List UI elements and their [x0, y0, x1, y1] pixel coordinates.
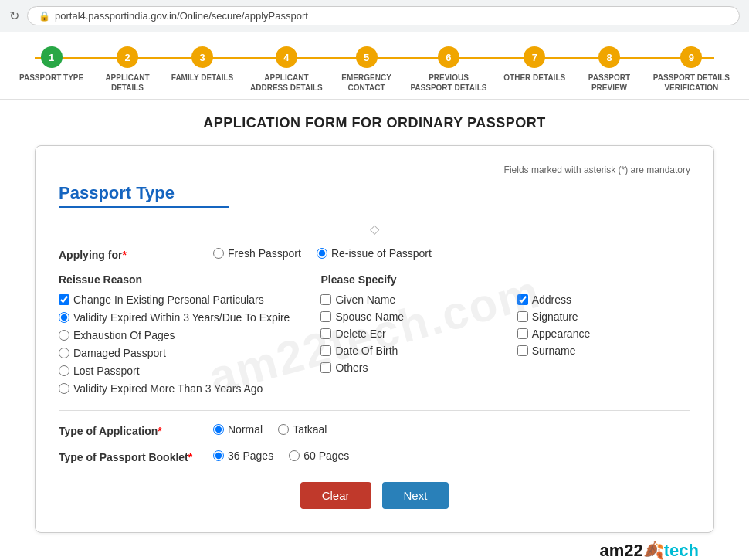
step-circle-9: 9	[680, 46, 702, 68]
checkbox-surname[interactable]	[517, 345, 528, 356]
specify-delete-ecr[interactable]: Delete Ecr	[320, 328, 493, 340]
url-bar[interactable]: 🔒 portal4.passportindia.gov.in/Online/se…	[27, 6, 740, 25]
step-1[interactable]: 1 PASSPORT TYPE	[19, 46, 83, 83]
label-date-of-birth: Date Of Birth	[335, 344, 398, 357]
checkbox-others[interactable]	[320, 362, 331, 373]
specify-signature[interactable]: Signature	[517, 311, 690, 323]
step-label-7: OTHER DETAILS	[503, 73, 565, 83]
reissue-reasons-list: Change In Existing Personal Particulars …	[59, 294, 290, 395]
radio-tatkaal-input[interactable]	[278, 424, 289, 435]
radio-fresh-passport-label: Fresh Passport	[228, 247, 301, 260]
reissue-left: Reissue Reason Change In Existing Person…	[59, 273, 290, 395]
reissue-change-personal[interactable]: Change In Existing Personal Particulars	[59, 294, 290, 306]
label-exhaustion: Exhaustion Of Pages	[73, 329, 175, 341]
branding: am22🍂tech	[35, 533, 714, 560]
reissue-exhaustion[interactable]: Exhaustion Of Pages	[59, 329, 290, 341]
refresh-icon[interactable]: ↻	[9, 8, 19, 23]
specify-others[interactable]: Others	[320, 361, 493, 374]
label-spouse-name: Spouse Name	[335, 311, 404, 323]
radio-validity-expired[interactable]	[59, 312, 69, 323]
step-label-3: FAMILY DETAILS	[171, 73, 233, 83]
radio-60-pages[interactable]: 60 Pages	[289, 450, 349, 462]
checkbox-date-of-birth[interactable]	[320, 345, 331, 356]
radio-normal-label: Normal	[228, 423, 263, 436]
radio-reissue-passport[interactable]: Re-issue of Passport	[317, 247, 432, 260]
applying-for-radio-group: Fresh Passport Re-issue of Passport	[213, 247, 690, 260]
radio-normal-input[interactable]	[213, 424, 224, 435]
specify-grid: Given Name Address Spouse Name Sign	[320, 294, 690, 374]
label-given-name: Given Name	[335, 294, 395, 306]
divider	[59, 410, 690, 411]
step-4[interactable]: 4 APPLICANTADDRESS DETAILS	[250, 46, 323, 93]
radio-fresh-passport-input[interactable]	[213, 248, 224, 259]
radio-reissue-passport-input[interactable]	[317, 248, 327, 259]
please-specify-title: Please Specify	[320, 273, 690, 286]
step-2[interactable]: 2 APPLICANTDETAILS	[100, 46, 154, 93]
radio-validity-more[interactable]	[59, 383, 69, 394]
radio-tatkaal-label: Tatkaal	[293, 423, 327, 436]
applying-for-row: Applying for* Fresh Passport Re-issue of…	[59, 247, 690, 261]
label-validity-expired: Validity Expired Within 3 Years/Due To E…	[73, 311, 290, 324]
label-lost: Lost Passport	[73, 365, 140, 377]
step-circle-8: 8	[598, 46, 620, 68]
step-5[interactable]: 5 EMERGENCYCONTACT	[340, 46, 394, 93]
radio-damaged[interactable]	[59, 348, 69, 358]
reissue-validity-expired[interactable]: Validity Expired Within 3 Years/Due To E…	[59, 311, 290, 324]
radio-normal[interactable]: Normal	[213, 423, 263, 436]
checkbox-delete-ecr[interactable]	[320, 328, 331, 339]
applying-for-controls: Fresh Passport Re-issue of Passport	[213, 247, 690, 260]
radio-lost[interactable]	[59, 365, 69, 376]
booklet-type-radio-group: 36 Pages 60 Pages	[213, 450, 690, 462]
section-title: Passport Type	[59, 183, 690, 203]
label-address: Address	[532, 294, 571, 306]
branding-leaf: 🍂	[643, 541, 664, 560]
label-appearance: Appearance	[532, 328, 591, 340]
step-6[interactable]: 6 PREVIOUSPASSPORT DETAILS	[410, 46, 486, 93]
label-surname: Surname	[532, 344, 576, 357]
checkbox-signature[interactable]	[517, 311, 528, 322]
reissue-lost[interactable]: Lost Passport	[59, 365, 290, 377]
radio-36-pages-input[interactable]	[213, 450, 224, 461]
step-circle-4: 4	[276, 46, 297, 68]
type-of-booklet-label: Type of Passport Booklet*	[59, 450, 198, 463]
specify-given-name[interactable]: Given Name	[320, 294, 493, 306]
step-7[interactable]: 7 OTHER DETAILS	[503, 46, 565, 83]
label-validity-more: Validity Expired More Than 3 Years Ago	[73, 382, 263, 395]
type-of-booklet-controls: 36 Pages 60 Pages	[213, 450, 690, 462]
radio-fresh-passport[interactable]: Fresh Passport	[213, 247, 301, 260]
specify-surname[interactable]: Surname	[517, 344, 690, 357]
step-label-5: EMERGENCYCONTACT	[341, 73, 391, 93]
radio-36-pages[interactable]: 36 Pages	[213, 450, 273, 462]
reissue-section: am22tech.com Reissue Reason Change In Ex…	[59, 273, 690, 395]
lock-icon: 🔒	[39, 11, 50, 22]
step-circle-7: 7	[524, 46, 545, 68]
step-circle-6: 6	[438, 46, 459, 68]
step-8[interactable]: 8 PASSPORTPREVIEW	[582, 46, 636, 93]
clear-button[interactable]: Clear	[300, 482, 371, 509]
reissue-validity-more[interactable]: Validity Expired More Than 3 Years Ago	[59, 382, 290, 395]
radio-tatkaal[interactable]: Tatkaal	[278, 423, 327, 436]
checkbox-address[interactable]	[517, 294, 528, 305]
type-of-application-row: Type of Application* Normal Tatkaal	[59, 423, 690, 437]
main-content: APPLICATION FORM FOR ORDINARY PASSPORT F…	[19, 100, 730, 560]
step-label-9: PASSPORT DETAILSVERIFICATION	[653, 73, 730, 93]
radio-60-pages-input[interactable]	[289, 450, 300, 461]
radio-exhaustion[interactable]	[59, 330, 69, 341]
checkbox-given-name[interactable]	[320, 294, 331, 305]
checkbox-spouse-name[interactable]	[320, 311, 331, 322]
step-9[interactable]: 9 PASSPORT DETAILSVERIFICATION	[653, 46, 730, 93]
specify-appearance[interactable]: Appearance	[517, 328, 690, 340]
specify-address[interactable]: Address	[517, 294, 690, 306]
reissue-damaged[interactable]: Damaged Passport	[59, 347, 290, 359]
radio-reissue-passport-label: Re-issue of Passport	[331, 247, 432, 260]
step-3[interactable]: 3 FAMILY DETAILS	[171, 46, 233, 83]
checkbox-change-personal[interactable]	[59, 294, 69, 305]
application-type-radio-group: Normal Tatkaal	[213, 423, 690, 436]
next-button[interactable]: Next	[382, 482, 449, 509]
step-label-2: APPLICANTDETAILS	[105, 73, 149, 93]
checkbox-appearance[interactable]	[517, 328, 528, 339]
type-of-booklet-row: Type of Passport Booklet* 36 Pages 60 Pa…	[59, 450, 690, 463]
form-title: APPLICATION FORM FOR ORDINARY PASSPORT	[35, 115, 714, 131]
specify-spouse-name[interactable]: Spouse Name	[320, 311, 493, 323]
specify-date-of-birth[interactable]: Date Of Birth	[320, 344, 493, 357]
